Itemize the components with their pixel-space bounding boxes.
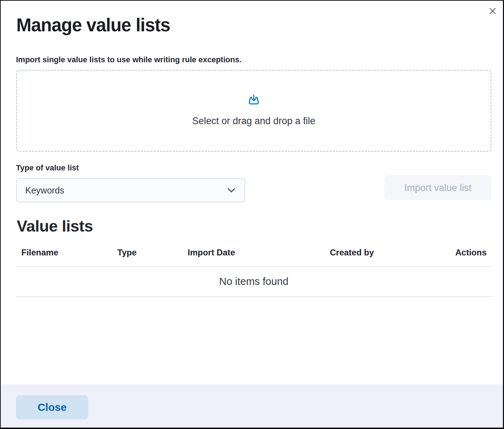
page-title: Manage value lists [16, 14, 170, 36]
column-header-type: Type [112, 245, 182, 266]
table-bottom-divider [16, 296, 492, 297]
value-lists-table: Filename Type Import Date Created by Act… [16, 245, 492, 297]
dropzone-label: Select or drag and drop a file [192, 116, 316, 127]
chevron-down-icon [227, 187, 236, 193]
value-lists-heading: Value lists [17, 217, 93, 235]
close-x-icon [488, 6, 497, 16]
column-header-filename: Filename [16, 245, 112, 266]
close-modal-button[interactable] [487, 6, 498, 16]
column-header-actions: Actions [445, 245, 492, 266]
modal-footer: Close [1, 384, 503, 428]
table-header-row: Filename Type Import Date Created by Act… [16, 245, 492, 266]
selected-type-value: Keywords [25, 185, 227, 196]
value-list-type-select[interactable]: Keywords [16, 178, 245, 202]
modal-description: Import single value lists to use while w… [16, 55, 241, 64]
file-dropzone[interactable]: Select or drag and drop a file [16, 70, 492, 152]
type-of-value-list-label: Type of value list [16, 163, 79, 173]
close-button[interactable]: Close [16, 395, 88, 419]
manage-value-lists-modal: Manage value lists Import single value l… [0, 0, 504, 429]
import-action-icon [245, 92, 262, 109]
column-header-created-by: Created by [325, 245, 445, 266]
import-value-list-button[interactable]: Import value list [384, 175, 492, 200]
column-header-import-date: Import Date [182, 245, 325, 266]
table-empty-message: No items found [16, 267, 492, 296]
